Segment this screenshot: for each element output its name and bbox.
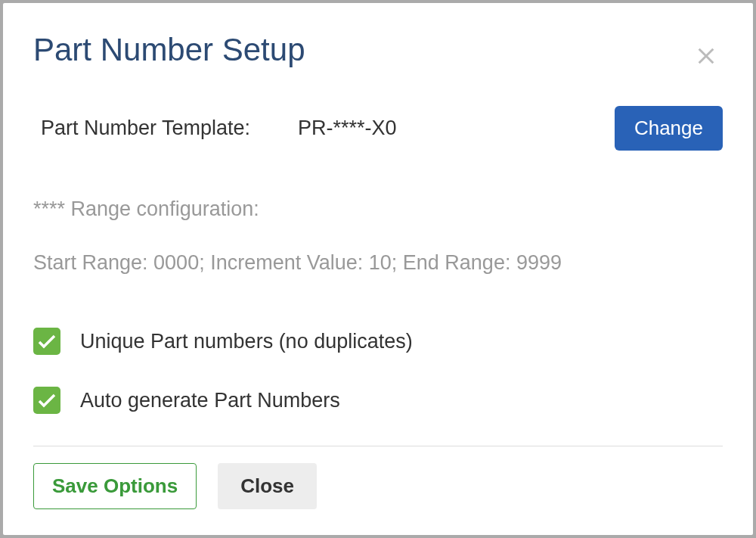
change-button[interactable]: Change — [615, 106, 723, 151]
part-number-setup-modal: Part Number Setup Part Number Template: … — [3, 3, 753, 535]
divider — [33, 446, 723, 446]
range-details: Start Range: 0000; Increment Value: 10; … — [33, 251, 723, 275]
unique-part-numbers-label: Unique Part numbers (no duplicates) — [80, 330, 413, 353]
auto-generate-checkbox[interactable] — [33, 387, 60, 414]
modal-title: Part Number Setup — [33, 32, 723, 68]
close-button[interactable]: Close — [218, 463, 317, 509]
unique-part-numbers-checkbox[interactable] — [33, 328, 60, 355]
template-value: PR-****-X0 — [298, 117, 615, 140]
checkmark-icon — [38, 393, 56, 408]
auto-generate-label: Auto generate Part Numbers — [80, 389, 340, 412]
range-config-label: **** Range configuration: — [33, 197, 723, 221]
checkmark-icon — [38, 334, 56, 349]
auto-generate-row: Auto generate Part Numbers — [33, 387, 723, 414]
save-options-button[interactable]: Save Options — [33, 463, 197, 509]
modal-footer: Save Options Close — [33, 463, 723, 509]
template-row: Part Number Template: PR-****-X0 Change — [33, 106, 723, 151]
template-label: Part Number Template: — [41, 117, 298, 140]
close-icon[interactable] — [696, 45, 717, 67]
unique-part-numbers-row: Unique Part numbers (no duplicates) — [33, 328, 723, 355]
